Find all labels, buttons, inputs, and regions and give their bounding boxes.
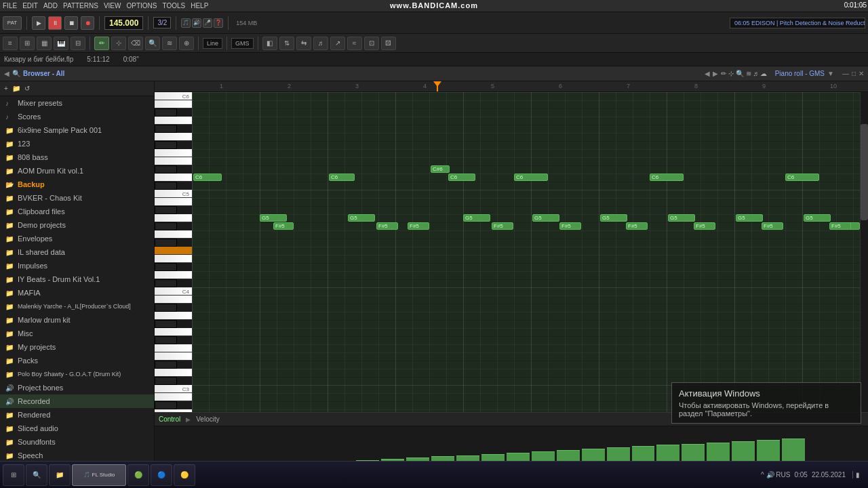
piano-key-A3[interactable] [155,312,192,320]
note-11[interactable]: F#5 [376,222,398,230]
sidebar-item-malenkiy[interactable]: 📁 Malenkiy Yarche - A_IL[Producer`s Clou… [0,300,154,313]
lim-btn[interactable]: ⊡ [364,37,379,50]
ind3[interactable]: 🎤 [203,18,212,28]
piano-key-Cs5[interactable] [155,182,177,190]
note-10[interactable]: G5 [348,214,375,222]
note-20[interactable]: F#5 [694,222,715,230]
piano-key-A4[interactable] [155,214,192,222]
flip-btn[interactable]: ⇅ [279,37,294,50]
sidebar-item-mafia[interactable]: 📁 MAFIA [0,286,154,300]
sidebar-item-polo-boy[interactable]: 📁 Polo Boy Shawty - G.O.A.T (Drum Kit) [0,367,154,381]
piano-key-B2[interactable] [155,393,192,401]
timeline[interactable]: 12345678910 [155,81,868,92]
piano-key-F3[interactable] [155,344,192,352]
note-12[interactable]: F#5 [273,222,294,230]
piano-key-C6[interactable]: C6 [155,92,192,100]
piano-key-D3[interactable] [155,369,192,377]
piano-key-As4[interactable] [155,206,177,214]
sidebar-folder-btn[interactable]: 📁 [12,85,20,92]
sidebar-item-misc[interactable]: 📁 Misc [0,327,154,340]
right-scrollbar[interactable] [860,92,868,412]
sidebar-item-clipboard[interactable]: 📁 Clipboard files [0,205,154,218]
app-btn-3[interactable]: 🟡 [174,464,195,486]
piano-key-G5[interactable] [155,133,192,141]
note-grid[interactable]: C6C6C#6C6C6C6C6F#5G5G5F#5F#5G5F#5G5F#5G5… [192,92,860,412]
scrollbar-thumb[interactable] [861,124,868,220]
app-btn-2[interactable]: 🔵 [151,464,172,486]
note-19[interactable]: G5 [668,214,695,222]
piano-key-E4[interactable] [155,255,192,263]
draw-tool[interactable]: ✏ [94,37,109,50]
sidebar-item-bvker[interactable]: 📁 BVKER - Chaos Kit [0,191,154,205]
piano-key-D4[interactable] [155,271,192,279]
note-23[interactable]: G5 [804,214,831,222]
piano-key-Ds5[interactable] [155,165,177,174]
search-btn[interactable]: 🔍 [26,464,47,486]
note-3[interactable]: C#6 [431,165,450,173]
note-9[interactable]: G5 [260,214,287,222]
select-tool[interactable]: ⊹ [111,37,126,50]
piano-key-Fs4[interactable] [155,239,177,247]
piano-key-F5[interactable] [155,149,192,157]
sidebar-item-impulses[interactable]: 📁 Impulses [0,259,154,272]
piano-key-As3[interactable] [155,304,177,312]
sidebar-item-soundfonts[interactable]: 📁 Soundfonts [0,435,154,449]
piano-key-Gs3[interactable] [155,320,177,328]
sidebar-item-recorded[interactable]: 🔊 Recorded [0,394,154,408]
piano-key-B4[interactable] [155,198,192,206]
erase-tool[interactable]: ⌫ [128,37,143,50]
menu-patterns[interactable]: PATTERNS [63,2,98,9]
sidebar-item-mixer-presets[interactable]: ♪ Mixer presets [0,96,154,110]
sidebar-item-123[interactable]: 📁 123 [0,137,154,150]
sidebar-item-scores[interactable]: ♪ Scores [0,110,154,123]
menu-options[interactable]: OPTIONS [126,2,157,9]
piano-key-Cs4[interactable] [155,279,177,287]
scale-selector[interactable]: GMS [231,38,254,49]
channel-rack-btn[interactable]: ⊞ [20,37,35,50]
piano-key-Ds4[interactable] [155,263,177,271]
piano-key-C5[interactable]: C5 [155,190,192,198]
control-tab[interactable]: Control [159,415,180,423]
reverse-btn[interactable]: ⇆ [296,37,311,50]
app-btn-1[interactable]: 🟢 [127,464,149,486]
pr-max[interactable]: □ [852,70,856,77]
piano-key-A5[interactable] [155,117,192,125]
note-22[interactable]: F#5 [762,222,783,230]
menu-view[interactable]: VIEW [104,2,121,9]
menu-add[interactable]: ADD [43,2,58,9]
note-13[interactable]: G5 [463,214,490,222]
note-7[interactable]: C6 [785,174,819,181]
sidebar-item-envelopes[interactable]: 📁 Envelopes [0,232,154,245]
menu-file[interactable]: FILE [3,2,17,9]
fl-studio-taskbar-btn[interactable]: 🎵 FL Studio [72,464,126,486]
pr-fwd[interactable]: ▶ [713,70,718,77]
piano-key-B5[interactable] [155,100,192,108]
menu-tools[interactable]: TOOLS [162,2,185,9]
menu-help[interactable]: HELP [191,2,208,9]
sidebar-item-speech[interactable]: 📁 Speech [0,449,154,462]
chord-btn[interactable]: ♬ [313,37,328,50]
pause-btn[interactable]: ⏸ [48,16,62,30]
record-btn[interactable]: ⏺ [81,16,94,30]
sidebar-item-rendered[interactable]: 📁 Rendered [0,408,154,422]
sidebar-item-marlow[interactable]: 📁 Marlow drum kit [0,313,154,327]
piano-key-As2[interactable] [155,401,177,409]
piano-key-Gs5[interactable] [155,125,177,133]
rand-btn[interactable]: ⚄ [381,37,396,50]
start-btn[interactable]: ⊞ [3,464,24,486]
piano-key-B3[interactable] [155,296,192,304]
sidebar-item-808-bass[interactable]: 📁 808 bass [0,150,154,164]
strum-tool[interactable]: ≋ [162,37,177,50]
zoom-tool[interactable]: 🔍 [145,37,160,50]
note-17[interactable]: G5 [600,214,627,222]
ind2[interactable]: 🔊 [192,18,201,28]
sidebar-item-project-bones[interactable]: 🔊 Project bones [0,381,154,394]
strum2-btn[interactable]: ≈ [347,37,362,50]
note-4[interactable]: C6 [448,174,475,181]
note-6[interactable]: C6 [650,174,684,181]
ind1[interactable]: 🎵 [181,18,191,28]
note-1[interactable]: C6 [193,174,222,181]
sidebar-item-il-shared[interactable]: 📁 IL shared data [0,245,154,259]
sidebar-item-6ix9ine[interactable]: 📁 6ix9ine Sample Pack 001 [0,123,154,137]
note-2[interactable]: C6 [329,174,355,181]
